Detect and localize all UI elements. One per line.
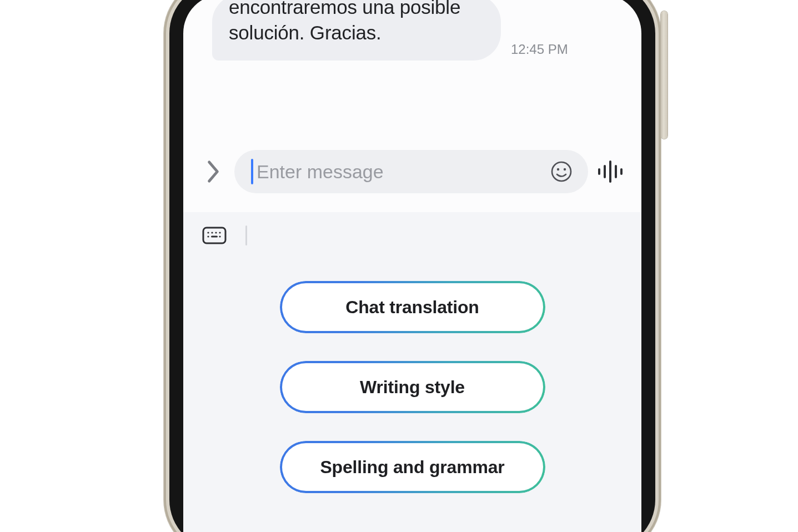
text-cursor (251, 159, 253, 184)
svg-rect-7 (620, 168, 623, 175)
panel-toolbar (202, 225, 247, 245)
svg-rect-8 (203, 228, 225, 243)
assist-options: Chat translation Writing style Spelling … (183, 281, 641, 493)
composer-bar: Enter message (198, 150, 627, 193)
svg-point-0 (552, 162, 571, 181)
incoming-message-bubble[interactable]: encontraremos una posible solución. Grac… (212, 0, 501, 61)
svg-rect-3 (598, 168, 600, 175)
svg-rect-4 (604, 165, 606, 178)
keyboard-assist-panel: Chat translation Writing style Spelling … (183, 212, 641, 532)
svg-point-14 (219, 235, 220, 237)
svg-point-11 (215, 232, 217, 233)
svg-point-13 (207, 235, 209, 237)
option-chat-translation[interactable]: Chat translation (280, 281, 545, 333)
expand-composer-button[interactable] (198, 156, 229, 187)
waveform-icon (596, 159, 625, 184)
option-spelling-grammar[interactable]: Spelling and grammar (280, 441, 545, 493)
message-timestamp: 12:45 PM (511, 42, 568, 57)
keyboard-toggle-button[interactable] (202, 225, 227, 245)
svg-point-10 (211, 232, 213, 233)
svg-point-9 (207, 232, 209, 233)
voice-input-button[interactable] (594, 155, 627, 188)
svg-point-1 (557, 168, 559, 170)
chat-row: encontraremos una posible solución. Grac… (212, 0, 625, 61)
option-label: Chat translation (345, 297, 479, 318)
svg-rect-6 (615, 165, 617, 178)
svg-point-2 (564, 168, 566, 170)
phone-screen: encontraremos una posible solución. Grac… (183, 0, 641, 532)
chevron-right-icon (205, 159, 222, 184)
message-text: encontraremos una posible solución. Grac… (229, 0, 460, 43)
message-input[interactable]: Enter message (234, 150, 588, 193)
svg-rect-15 (211, 235, 218, 237)
svg-point-12 (219, 232, 220, 233)
stage: encontraremos una posible solución. Grac… (0, 0, 798, 532)
panel-divider (245, 225, 247, 245)
keyboard-icon (202, 225, 227, 245)
svg-rect-5 (609, 160, 611, 183)
option-writing-style[interactable]: Writing style (280, 361, 545, 413)
smiley-icon (550, 160, 573, 183)
option-label: Spelling and grammar (320, 457, 504, 478)
phone-side-button (661, 11, 667, 139)
emoji-button[interactable] (549, 159, 574, 184)
option-label: Writing style (360, 377, 465, 398)
message-input-placeholder: Enter message (257, 161, 549, 183)
